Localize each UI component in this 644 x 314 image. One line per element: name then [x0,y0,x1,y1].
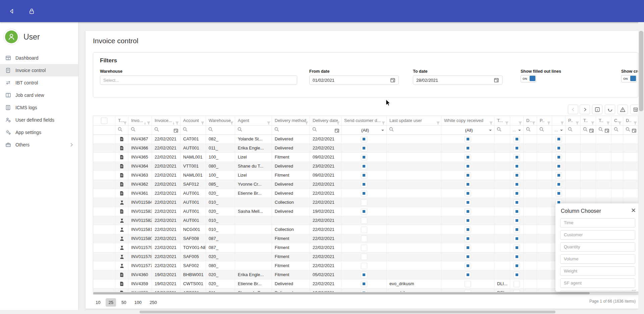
filter-funnel-icon[interactable] [147,119,151,125]
row-select-cell[interactable] [93,225,115,234]
column-header-d1[interactable]: D.. [524,116,537,125]
checkbox-checked[interactable] [555,172,562,179]
page-size-250[interactable]: 250 [147,298,160,307]
search-icon[interactable] [568,127,573,133]
calendar-icon[interactable] [632,128,636,134]
checkbox-unchecked[interactable] [361,254,367,260]
search-icon[interactable] [598,127,603,133]
vertical-scrollbar[interactable] [638,22,644,310]
filter-cell-white_copy[interactable]: (All) [441,126,494,134]
checkbox-checked[interactable] [514,245,520,251]
checkbox-checked[interactable] [514,263,520,269]
checkbox-checked[interactable] [555,154,562,161]
checkbox-checked[interactable] [465,263,471,269]
checkbox-checked[interactable] [514,254,520,260]
checkbox-checked[interactable] [514,227,520,233]
checkbox-checked[interactable] [514,145,520,151]
dropdown-caret-icon[interactable] [381,130,384,131]
filter-funnel-icon[interactable] [560,119,564,125]
chooser-item-quantity[interactable]: Quantity [560,242,635,252]
column-header-white_copy[interactable]: White copy received [441,116,494,125]
filter-funnel-icon[interactable] [336,119,340,125]
row-select-cell[interactable] [93,144,115,152]
checkbox-checked[interactable] [514,236,520,242]
checkbox-checked[interactable] [465,217,471,224]
checkbox-checked[interactable] [361,163,367,170]
checkbox-checked[interactable] [555,181,562,188]
filter-cell-delivery_method[interactable] [272,126,310,134]
search-icon[interactable] [237,127,242,133]
row-select-cell[interactable] [93,180,115,189]
row-select-cell[interactable] [93,261,115,270]
sidebar-item-invoice-control[interactable]: Invoice control [0,64,78,76]
column-header-c4[interactable]: C.. [611,116,623,125]
close-icon[interactable]: ✕ [631,207,636,214]
checkbox-checked[interactable] [514,190,520,197]
filter-cell-p1[interactable] [537,126,552,134]
column-header-t2[interactable]: T.. [581,116,596,125]
show-cred-toggle[interactable]: ON [621,75,637,82]
checkbox-checked[interactable] [465,172,471,179]
page-size-100[interactable]: 100 [131,298,144,307]
filter-cell-account[interactable] [180,126,206,134]
column-header-send_customer[interactable]: Send customer d... [341,116,387,125]
column-header-p2[interactable]: P.. [566,116,581,125]
filter-cell-send_customer[interactable]: (All) [341,126,387,134]
dropdown-caret-icon[interactable] [489,130,492,131]
checkbox-checked[interactable] [514,172,520,179]
table-row[interactable]: INV436422/02/2021VTT001080_Shane du T...… [93,162,638,171]
row-select-cell[interactable] [93,243,115,252]
table-row[interactable]: INV436122/02/2021AUT001020_Etienne Br...… [93,189,638,198]
filter-cell-p2[interactable] [566,126,581,134]
filter-funnel-icon[interactable] [123,119,127,125]
checkbox-checked[interactable] [465,254,471,260]
checkbox-checked[interactable] [465,145,471,151]
dropdown-caret-icon[interactable] [518,130,521,131]
filter-cell-type[interactable] [115,126,128,134]
page-size-50[interactable]: 50 [119,298,129,307]
from-date-input[interactable] [309,75,399,85]
resize-grip-icon[interactable]: ... [632,286,637,292]
lock-icon[interactable] [27,6,36,16]
checkbox-unchecked[interactable] [361,199,367,206]
search-icon[interactable] [312,127,317,133]
filter-funnel-icon[interactable] [267,119,271,125]
to-date-input[interactable] [413,75,502,85]
column-header-warehouse[interactable]: Warehouse [206,116,235,125]
filter-cell-delivery_date[interactable] [310,126,341,134]
table-row[interactable]: INV436522/02/2021NAML001100_LizelFitment… [93,153,638,162]
checkbox-checked[interactable] [514,181,520,188]
checkbox-checked[interactable] [361,136,367,142]
checkbox-checked[interactable] [465,181,471,188]
row-select-cell[interactable] [93,162,115,171]
chooser-item-time[interactable]: Time [560,218,635,228]
checkbox-checked[interactable] [361,281,367,287]
checkbox-unchecked[interactable] [361,227,367,233]
info-button[interactable] [592,105,602,114]
search-icon[interactable] [539,127,544,133]
row-select-cell[interactable] [93,153,115,162]
row-select-cell[interactable] [93,198,115,207]
checkbox-checked[interactable] [361,154,367,161]
page-size-25[interactable]: 25 [106,298,116,307]
filter-funnel-icon[interactable] [618,119,622,125]
calendar-icon[interactable] [174,128,178,134]
filter-funnel-icon[interactable] [436,119,440,125]
column-header-invoice[interactable]: Invo...↓ [128,116,152,125]
filter-funnel-icon[interactable] [305,119,309,125]
checkbox-checked[interactable] [465,227,471,233]
row-select-cell[interactable] [93,135,115,143]
column-header-invoice_date[interactable]: Invoice...↓ [152,116,180,125]
row-select-cell[interactable] [93,279,115,288]
filter-cell-warehouse[interactable] [206,126,235,134]
table-row[interactable]: INV436322/02/2021NAML001100_LizelFitment… [93,171,638,180]
checkbox-unchecked[interactable] [514,281,520,287]
next-page-button[interactable] [580,105,590,114]
prev-page-button[interactable] [568,105,578,114]
back-icon[interactable] [7,6,16,16]
page-size-10[interactable]: 10 [93,298,103,307]
filter-funnel-icon[interactable] [230,119,234,125]
column-header-c2[interactable] [510,116,524,125]
column-header-last_update_user[interactable]: Last update user [387,116,441,125]
search-icon[interactable] [389,127,394,133]
